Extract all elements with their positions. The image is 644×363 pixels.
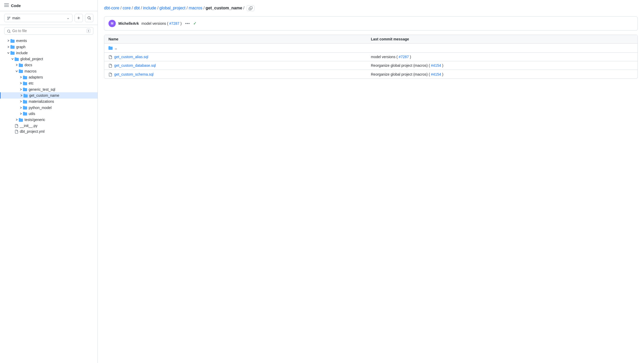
file-icon — [15, 124, 18, 128]
sidebar-item-init-py[interactable]: __init__.py — [0, 123, 98, 129]
sidebar-item-python-model[interactable]: python_model — [0, 105, 98, 111]
chevron-right-icon — [6, 39, 10, 43]
main-content: dbt-core / core / dbt / include / global… — [98, 0, 644, 363]
sidebar-item-adapters[interactable]: adapters — [0, 74, 98, 80]
breadcrumb-sep: / — [186, 6, 187, 10]
sidebar-item-utils[interactable]: utils — [0, 111, 98, 117]
folder-icon — [19, 117, 23, 122]
file-tree: events graph include — [0, 37, 98, 363]
commit-dots-menu[interactable] — [185, 23, 190, 24]
sidebar: Code main — [0, 0, 98, 363]
search-input[interactable] — [12, 29, 85, 33]
folder-icon — [23, 111, 27, 116]
chevron-right-icon — [19, 87, 23, 92]
tree-item-label: tests/generic — [25, 118, 45, 122]
breadcrumb-include[interactable]: include — [143, 6, 156, 10]
tree-item-label: utils — [29, 112, 35, 116]
file-commit-link[interactable]: #4154 — [431, 72, 441, 76]
tree-item-label: events — [16, 39, 27, 43]
file-commit-link[interactable]: #4154 — [431, 63, 441, 68]
file-commit-message: Reorganize global project (macros) ( #41… — [371, 63, 634, 68]
sidebar-item-tests-generic[interactable]: tests/generic — [0, 117, 98, 123]
search-icon — [7, 29, 11, 33]
breadcrumb-core[interactable]: core — [123, 6, 131, 10]
breadcrumb-dbt[interactable]: dbt — [134, 6, 140, 10]
breadcrumb-sep: / — [203, 6, 204, 10]
breadcrumb-current: get_custom_name — [206, 6, 242, 10]
folder-icon — [23, 99, 27, 104]
folder-icon — [19, 63, 23, 67]
tree-item-label: python_model — [29, 106, 52, 110]
chevron-right-icon — [19, 93, 23, 98]
file-link[interactable]: get_custom_alias.sql — [114, 55, 148, 59]
add-file-button[interactable] — [75, 14, 83, 22]
tree-item-label: etc — [29, 81, 34, 85]
chevron-right-icon — [6, 45, 10, 49]
sidebar-item-materializations[interactable]: materializations — [0, 99, 98, 105]
sidebar-item-events[interactable]: events — [0, 38, 98, 44]
goto-file-search[interactable]: t — [4, 27, 93, 34]
tree-item-label: __init__.py — [20, 124, 38, 128]
search-kbd: t — [87, 29, 90, 33]
chevron-down-icon — [66, 16, 70, 20]
column-commit-header: Last commit message — [371, 37, 634, 41]
tree-item-label: global_project — [20, 57, 43, 61]
file-icon — [108, 63, 112, 68]
sidebar-item-include[interactable]: include — [0, 50, 98, 56]
check-icon: ✓ — [193, 21, 197, 26]
table-row: get_custom_alias.sql model versions ( #7… — [104, 53, 637, 61]
sidebar-item-dbt-project-yml[interactable]: dbt_project.yml — [0, 129, 98, 134]
tree-item-label: dbt_project.yml — [20, 129, 45, 134]
breadcrumb-dbt-core[interactable]: dbt-core — [104, 6, 119, 10]
folder-icon — [23, 81, 27, 86]
commit-pr-link[interactable]: #7287 — [169, 21, 179, 26]
sidebar-header: Code — [0, 0, 98, 11]
file-link[interactable]: get_custom_schema.sql — [114, 72, 154, 76]
file-link[interactable]: get_custom_database.sql — [114, 63, 156, 68]
breadcrumb-sep: / — [120, 6, 121, 10]
table-row: get_custom_database.sql Reorganize globa… — [104, 61, 637, 70]
tree-item-label: get_custom_name — [29, 93, 59, 98]
breadcrumb-sep: / — [141, 6, 142, 10]
table-row: get_custom_schema.sql Reorganize global … — [104, 70, 637, 78]
folder-icon — [19, 69, 23, 73]
sidebar-item-etc[interactable]: etc — [0, 80, 98, 86]
commit-author[interactable]: MichelleArk — [118, 21, 139, 26]
sidebar-item-get-custom-name[interactable]: get_custom_name — [0, 92, 98, 98]
tree-item-label: generic_test_sql — [29, 87, 55, 92]
chevron-right-icon — [19, 112, 23, 116]
sidebar-title: Code — [11, 3, 21, 8]
sidebar-item-macros[interactable]: macros — [0, 68, 98, 74]
commit-message: model versions ( #7287 ) — [142, 21, 182, 26]
file-commit-message: model versions ( #7287 ) — [371, 55, 634, 59]
search-button[interactable] — [85, 14, 93, 22]
folder-icon — [23, 105, 27, 110]
parent-dir-row[interactable]: .. — [104, 44, 637, 53]
tree-item-label: materializations — [29, 99, 54, 104]
breadcrumb-global-project[interactable]: global_project — [160, 6, 186, 10]
code-icon — [4, 3, 9, 8]
parent-dir-link[interactable]: .. — [115, 46, 117, 50]
breadcrumb: dbt-core / core / dbt / include / global… — [104, 5, 638, 11]
folder-icon — [23, 93, 28, 98]
chevron-right-icon — [19, 81, 23, 85]
file-icon — [108, 55, 112, 59]
breadcrumb-sep: / — [243, 6, 244, 10]
avatar: M — [108, 20, 116, 27]
sidebar-item-graph[interactable]: graph — [0, 44, 98, 50]
breadcrumb-macros[interactable]: macros — [189, 6, 202, 10]
folder-icon — [10, 51, 15, 55]
folder-icon — [108, 46, 113, 50]
folder-icon — [15, 57, 19, 61]
file-commit-message: Reorganize global project (macros) ( #41… — [371, 72, 634, 76]
sidebar-item-generic-test-sql[interactable]: generic_test_sql — [0, 86, 98, 92]
sidebar-item-docs[interactable]: docs — [0, 62, 98, 68]
chevron-right-icon — [19, 75, 23, 79]
branch-selector[interactable]: main — [4, 14, 72, 22]
copy-path-button[interactable] — [247, 5, 254, 11]
chevron-right-icon — [15, 118, 19, 122]
sidebar-item-global-project[interactable]: global_project — [0, 56, 98, 62]
tree-item-label: adapters — [29, 75, 43, 79]
file-commit-link[interactable]: #7287 — [399, 55, 409, 59]
chevron-right-icon — [15, 63, 19, 67]
